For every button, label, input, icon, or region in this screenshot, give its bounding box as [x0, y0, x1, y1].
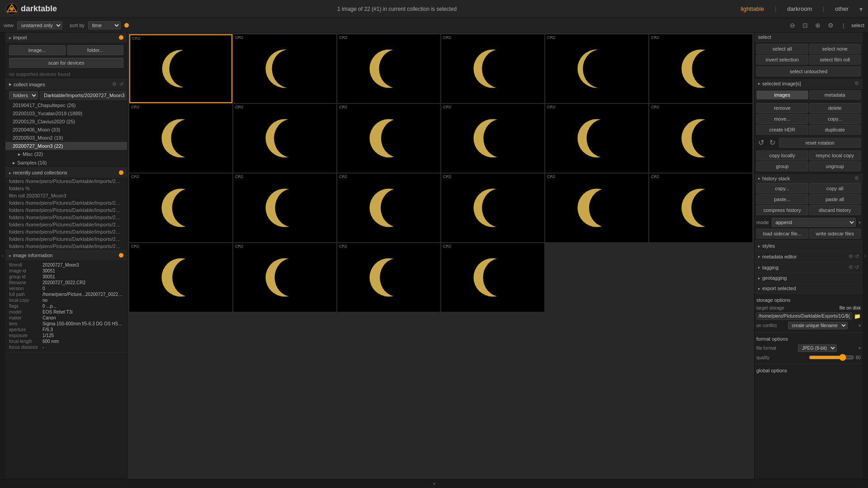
recent-item-2[interactable]: folders %: [5, 185, 127, 192]
create-hdr-btn[interactable]: create HDR: [756, 125, 808, 135]
grid-cell-14[interactable]: CR2: [233, 174, 336, 242]
export-header[interactable]: ▸ export selected: [755, 283, 863, 293]
collect-reset-icon[interactable]: ↺: [119, 81, 123, 87]
rotate-ccw-icon[interactable]: ↺: [756, 136, 766, 149]
load-sidecar-btn[interactable]: load sidecar file...: [756, 229, 808, 239]
collect-settings-icon[interactable]: ⚙: [112, 81, 117, 87]
copy-hist-btn[interactable]: copy...: [756, 183, 808, 193]
recent-dot-icon[interactable]: [119, 170, 123, 175]
scan-devices-btn[interactable]: scan for devices: [9, 58, 123, 68]
import-dot-icon[interactable]: [119, 35, 123, 40]
recent-item-6[interactable]: folders /home/piero/Pictures/Darktable/I…: [5, 214, 127, 221]
nav-expand-icon[interactable]: ▾: [859, 5, 863, 13]
right-collapse-btn[interactable]: ›: [863, 33, 868, 479]
paste-btn[interactable]: paste...: [756, 194, 808, 204]
path-input[interactable]: [756, 312, 852, 320]
grid-cell-11[interactable]: CR2: [545, 104, 648, 173]
geotagging-header[interactable]: ▸ geotagging: [755, 273, 863, 283]
metadata-settings-icon[interactable]: ⚙: [849, 253, 853, 259]
recent-item-8[interactable]: folders /home/piero/Pictures/Darktable/I…: [5, 228, 127, 235]
delete-btn[interactable]: delete: [809, 103, 861, 113]
zoom-in-icon[interactable]: ⊕: [813, 21, 822, 30]
grid-cell-9[interactable]: CR2: [337, 104, 440, 173]
styles-header[interactable]: ▸ styles: [755, 241, 863, 251]
import-header[interactable]: ▸ import: [5, 33, 127, 42]
discard-history-btn[interactable]: discard history: [809, 205, 861, 215]
folder-item-misc[interactable]: ▸Misc (32): [5, 150, 127, 159]
metadata-editor-header[interactable]: ▸ metadata editor ⚙ ↺: [755, 251, 863, 262]
metadata-tab[interactable]: metadata: [809, 90, 861, 99]
copy-btn[interactable]: copy...: [809, 114, 861, 124]
tagging-reset-icon[interactable]: ↺: [855, 264, 859, 270]
settings-icon[interactable]: ⚙: [826, 21, 835, 30]
grid-cell-1[interactable]: CR2: [129, 34, 232, 103]
nav-darkroom[interactable]: darkroom: [783, 4, 816, 14]
grid-cell-17[interactable]: CR2: [545, 174, 648, 242]
folder-type-select[interactable]: folders: [9, 91, 38, 99]
select-film-roll-btn[interactable]: select film roll: [809, 55, 861, 65]
recent-item-1[interactable]: folders /home/piero/Pictures/Darktable/I…: [5, 178, 127, 185]
copy-locally-btn[interactable]: copy locally: [756, 150, 808, 160]
paste-all-btn[interactable]: paste all: [809, 194, 861, 204]
grid-cell-21[interactable]: CR2: [337, 243, 440, 312]
invert-selection-btn[interactable]: invert selection: [756, 55, 808, 65]
ungroup-btn[interactable]: ungroup: [809, 161, 861, 171]
on-conflict-select[interactable]: create unique filename overwrite: [788, 322, 848, 329]
grid-cell-13[interactable]: CR2: [129, 174, 232, 242]
grid-cell-8[interactable]: CR2: [233, 104, 336, 173]
folder-import-btn[interactable]: folder...: [67, 45, 124, 55]
dot-indicator[interactable]: [124, 23, 129, 28]
metadata-reset-icon[interactable]: ↺: [855, 253, 859, 259]
folder-item-samples[interactable]: ▸Samples (16): [5, 159, 127, 167]
folder-item-moon1[interactable]: 20200406_Moon (33): [5, 126, 127, 134]
grid-cell-10[interactable]: CR2: [441, 104, 544, 173]
filter-select[interactable]: unstarred only all: [17, 21, 62, 29]
reset-rotation-btn[interactable]: reset rotation: [779, 138, 861, 148]
nav-lighttable[interactable]: lighttable: [737, 4, 768, 14]
grid-cell-20[interactable]: CR2: [233, 243, 336, 312]
folder-item-chapultepec[interactable]: 20190417_Chapultepec (26): [5, 101, 127, 109]
grid-cell-22[interactable]: CR2: [441, 243, 544, 312]
select-untouched-btn[interactable]: select untouched: [756, 66, 861, 76]
recent-item-9[interactable]: folders /home/piero/Pictures/Darktable/I…: [5, 235, 127, 243]
tagging-header[interactable]: ▸ tagging ⚙ ↺: [755, 262, 863, 272]
grid-cell-2[interactable]: CR2: [233, 34, 336, 103]
grid-cell-19[interactable]: CR2: [129, 243, 232, 312]
zoom-fit-icon[interactable]: ⊡: [801, 21, 810, 30]
left-collapse-btn[interactable]: ‹: [0, 33, 5, 479]
move-btn[interactable]: move...: [756, 114, 808, 124]
recently-used-header[interactable]: ▸ recently used collections: [5, 168, 127, 178]
selected-images-header[interactable]: ▸ selected image[s] ⚙: [755, 78, 863, 89]
rotate-cw-icon[interactable]: ↻: [768, 136, 777, 149]
grid-cell-7[interactable]: CR2: [129, 104, 232, 173]
grid-cell-5[interactable]: CR2: [545, 34, 648, 103]
grid-cell-18[interactable]: CR2: [649, 174, 752, 242]
folder-item-moon2[interactable]: 20200503_Moon2 (19): [5, 134, 127, 142]
grid-cell-3[interactable]: CR2: [337, 34, 440, 103]
grid-cell-15[interactable]: CR2: [337, 174, 440, 242]
images-tab[interactable]: images: [756, 90, 808, 99]
grid-cell-4[interactable]: CR2: [441, 34, 544, 103]
history-stack-header[interactable]: ▸ history stack ⚙: [755, 173, 863, 183]
grid-cell-16[interactable]: CR2: [441, 174, 544, 242]
zoom-out-icon[interactable]: ⊖: [788, 21, 797, 30]
info-dot-icon[interactable]: [119, 253, 123, 258]
selected-images-settings-icon[interactable]: ⚙: [854, 80, 859, 86]
collect-header[interactable]: ▸ collect images ⚙ ↺: [5, 79, 127, 89]
write-sidecar-btn[interactable]: write sidecar files: [809, 229, 861, 239]
folder-item-yucatan[interactable]: 20200103_Yucatan2019 (1889): [5, 109, 127, 117]
grid-cell-6[interactable]: CR2: [649, 34, 752, 103]
image-info-header[interactable]: ▸ image information: [5, 250, 127, 260]
tagging-settings-icon[interactable]: ⚙: [849, 264, 853, 270]
recent-item-7[interactable]: folders /home/piero/Pictures/Darktable/I…: [5, 221, 127, 228]
folder-path-select[interactable]: Darktable/Imports/20200727_Moon3: [40, 91, 127, 100]
recent-item-5[interactable]: folders /home/piero/Pictures/Darktable/I…: [5, 206, 127, 214]
select-none-btn[interactable]: select none: [809, 44, 861, 54]
grid-cell-12[interactable]: CR2: [649, 104, 752, 173]
folder-item-moon3[interactable]: 20200727_Moon3 (22): [5, 142, 127, 150]
duplicate-btn[interactable]: duplicate: [809, 125, 861, 135]
file-format-select[interactable]: JPEG (8-bit) PNG TIFF: [798, 344, 837, 352]
compress-history-btn[interactable]: compress history: [756, 205, 808, 215]
path-browse-icon[interactable]: 📁: [854, 313, 861, 319]
sort-select[interactable]: time filename: [88, 21, 121, 29]
